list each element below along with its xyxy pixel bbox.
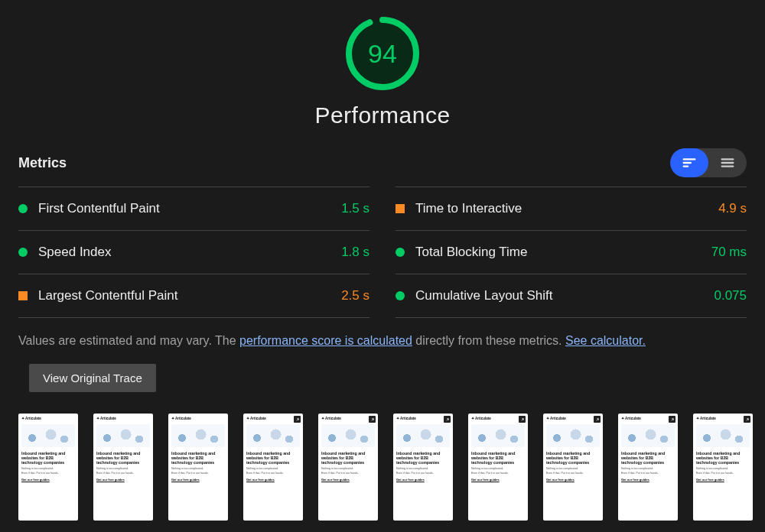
thumb-hero-image <box>171 424 225 447</box>
thumb-subtext: Even if that. Put it in our hands. <box>171 472 225 475</box>
thumb-cta: Get our free guides <box>321 478 375 482</box>
metrics-grid: First Contentful Paint1.5 sSpeed Index1.… <box>18 187 747 318</box>
metric-value: 1.8 s <box>341 245 369 260</box>
thumb-headline: Inbound marketing and websites for B2B t… <box>321 452 375 466</box>
thumb-subtext: Nothing is too complicated. <box>171 467 225 470</box>
filmstrip-thumbnail[interactable]: ✦ ArticulateInbound marketing and websit… <box>693 414 753 521</box>
thumb-brand: ✦ Articulate <box>396 417 450 420</box>
status-dot-icon <box>396 248 405 257</box>
footnote-text: directly from these metrics. <box>412 334 565 347</box>
metric-fcp[interactable]: First Contentful Paint1.5 s <box>18 187 369 230</box>
thumb-hero-image <box>546 424 600 447</box>
thumb-brand: ✦ Articulate <box>471 417 525 420</box>
thumb-headline: Inbound marketing and websites for B2B t… <box>696 452 750 466</box>
align-left-icon <box>681 154 698 171</box>
thumb-headline: Inbound marketing and websites for B2B t… <box>546 452 600 466</box>
thumb-subtext: Even if that. Put it in our hands. <box>246 472 300 475</box>
metric-tti[interactable]: Time to Interactive4.9 s <box>396 187 747 230</box>
thumb-brand: ✦ Articulate <box>246 417 300 420</box>
thumb-subtext: Even if that. Put it in our hands. <box>621 472 675 475</box>
screenshot-filmstrip: ✦ ArticulateInbound marketing and websit… <box>18 414 747 521</box>
thumb-subtext: Nothing is too complicated. <box>621 467 675 470</box>
view-original-trace-button[interactable]: View Original Trace <box>29 364 156 392</box>
thumb-hero-image <box>696 424 750 447</box>
metric-value: 2.5 s <box>341 288 369 303</box>
thumb-hero-image <box>396 424 450 447</box>
thumb-headline: Inbound marketing and websites for B2B t… <box>471 452 525 466</box>
filmstrip-thumbnail[interactable]: ✦ ArticulateInbound marketing and websit… <box>393 414 453 521</box>
thumb-subtext: Nothing is too complicated. <box>396 467 450 470</box>
metric-value: 1.5 s <box>341 201 369 216</box>
thumb-subtext: Nothing is too complicated. <box>321 467 375 470</box>
filmstrip-thumbnail[interactable]: ✦ ArticulateInbound marketing and websit… <box>93 414 153 521</box>
thumb-cta: Get our free guides <box>696 478 750 482</box>
filmstrip-thumbnail[interactable]: ✦ ArticulateInbound marketing and websit… <box>168 414 228 521</box>
thumb-brand: ✦ Articulate <box>171 417 225 420</box>
metric-lcp[interactable]: Largest Contentful Paint2.5 s <box>18 274 369 318</box>
metric-tbt[interactable]: Total Blocking Time70 ms <box>396 230 747 274</box>
expand-icon <box>744 416 750 423</box>
thumb-subtext: Even if that. Put it in our hands. <box>21 472 75 475</box>
thumb-headline: Inbound marketing and websites for B2B t… <box>171 452 225 466</box>
thumb-subtext: Even if that. Put it in our hands. <box>546 472 600 475</box>
expand-icon <box>369 416 376 423</box>
score-calculation-link[interactable]: performance score is calculated <box>239 334 412 347</box>
performance-gauge-area: 94 Performance <box>18 15 747 128</box>
thumb-subtext: Even if that. Put it in our hands. <box>471 472 525 475</box>
thumb-cta: Get our free guides <box>396 478 450 482</box>
thumb-cta: Get our free guides <box>21 478 75 482</box>
expand-icon <box>519 416 526 423</box>
thumb-hero-image <box>21 424 75 447</box>
expand-icon <box>669 416 675 423</box>
status-dot-icon <box>18 248 28 257</box>
thumb-subtext: Even if that. Put it in our hands. <box>396 472 450 475</box>
thumb-hero-image <box>96 424 150 447</box>
thumb-headline: Inbound marketing and websites for B2B t… <box>96 452 150 466</box>
thumb-headline: Inbound marketing and websites for B2B t… <box>21 452 75 466</box>
metric-name: Largest Contentful Paint <box>38 288 330 303</box>
filmstrip-thumbnail[interactable]: ✦ ArticulateInbound marketing and websit… <box>243 414 303 521</box>
metric-name: Time to Interactive <box>415 201 708 216</box>
expand-icon <box>444 416 451 423</box>
page-title: Performance <box>314 102 450 128</box>
metric-cls[interactable]: Cumulative Layout Shift0.075 <box>396 274 747 318</box>
thumb-subtext: Even if that. Put it in our hands. <box>696 472 750 475</box>
filmstrip-thumbnail[interactable]: ✦ ArticulateInbound marketing and websit… <box>468 414 528 521</box>
thumb-hero-image <box>321 424 375 447</box>
expand-icon <box>294 416 301 423</box>
thumb-subtext: Nothing is too complicated. <box>471 467 525 470</box>
toggle-expanded-button[interactable] <box>670 148 708 177</box>
thumb-cta: Get our free guides <box>171 478 225 482</box>
status-square-icon <box>396 204 405 213</box>
thumb-cta: Get our free guides <box>471 478 525 482</box>
thumb-subtext: Even if that. Put it in our hands. <box>96 472 150 475</box>
filmstrip-thumbnail[interactable]: ✦ ArticulateInbound marketing and websit… <box>543 414 603 521</box>
thumb-headline: Inbound marketing and websites for B2B t… <box>396 452 450 466</box>
metric-value: 4.9 s <box>718 201 747 216</box>
thumb-brand: ✦ Articulate <box>21 417 75 420</box>
score-gauge: 94 <box>344 15 421 92</box>
thumb-subtext: Nothing is too complicated. <box>696 467 750 470</box>
footnote-text: Values are estimated and may vary. The <box>18 334 239 347</box>
toggle-compact-button[interactable] <box>708 148 747 177</box>
thumb-subtext: Nothing is too complicated. <box>21 467 75 470</box>
filmstrip-thumbnail[interactable]: ✦ ArticulateInbound marketing and websit… <box>318 414 378 521</box>
metric-name: Total Blocking Time <box>415 245 701 260</box>
thumb-cta: Get our free guides <box>546 478 600 482</box>
status-dot-icon <box>396 291 405 300</box>
thumb-cta: Get our free guides <box>96 478 150 482</box>
view-toggle <box>670 148 747 177</box>
metric-value: 70 ms <box>711 245 747 260</box>
see-calculator-link[interactable]: See calculator. <box>565 334 646 347</box>
thumb-hero-image <box>246 424 300 447</box>
filmstrip-thumbnail[interactable]: ✦ ArticulateInbound marketing and websit… <box>618 414 678 521</box>
metric-si[interactable]: Speed Index1.8 s <box>18 230 369 274</box>
metrics-footnote: Values are estimated and may vary. The p… <box>18 332 747 350</box>
filmstrip-thumbnail[interactable]: ✦ ArticulateInbound marketing and websit… <box>18 414 78 521</box>
expand-icon <box>594 416 601 423</box>
thumb-brand: ✦ Articulate <box>96 417 150 420</box>
thumb-brand: ✦ Articulate <box>621 417 675 420</box>
menu-icon <box>719 154 736 171</box>
status-square-icon <box>18 291 28 300</box>
thumb-subtext: Nothing is too complicated. <box>246 467 300 470</box>
